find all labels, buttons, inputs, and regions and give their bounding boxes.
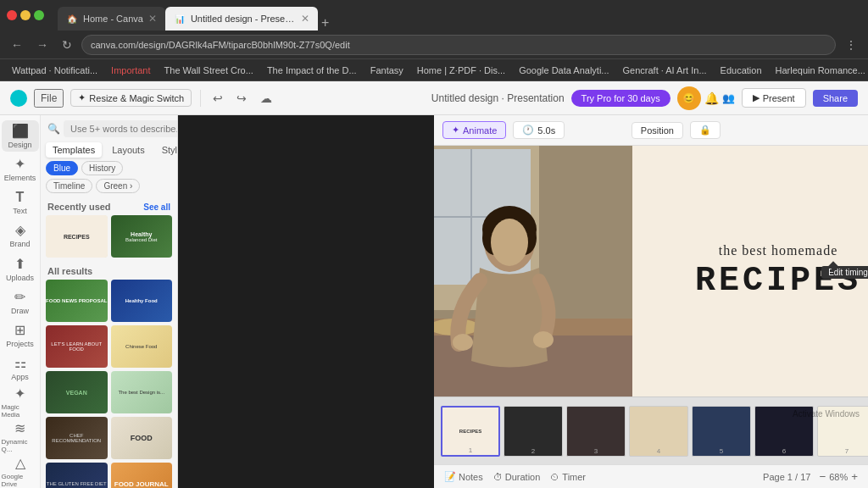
tab-layouts[interactable]: Layouts bbox=[105, 142, 152, 158]
cloud-save-button[interactable]: ☁ bbox=[257, 90, 275, 107]
zoom-out-button[interactable]: − bbox=[819, 470, 826, 483]
position-button[interactable]: Position bbox=[632, 122, 683, 139]
template-thumb-7[interactable]: CHEF RECOMMENDATION bbox=[46, 417, 108, 459]
activate-watermark: Activate Windows bbox=[793, 409, 860, 419]
win-max-btn[interactable] bbox=[34, 10, 44, 20]
avatar-area: 😊 🔔 👥 bbox=[677, 86, 735, 110]
lock-button[interactable]: 🔒 bbox=[690, 121, 721, 139]
template-thumb-5[interactable]: VEGAN bbox=[46, 371, 108, 413]
bm-wattpad[interactable]: Wattpad · Notificati... bbox=[7, 64, 103, 77]
bm-important[interactable]: Important bbox=[106, 64, 155, 77]
lock-icon: 🔒 bbox=[699, 125, 711, 136]
address-bar[interactable]: canva.com/design/DAGRlk4aFM/tiparcB0bhlM… bbox=[81, 35, 836, 55]
slide-subtitle: the best homemade bbox=[719, 243, 838, 258]
win-close-btn[interactable] bbox=[7, 10, 17, 20]
tab-home-close[interactable]: ✕ bbox=[148, 13, 157, 25]
tab-canva-close[interactable]: ✕ bbox=[301, 13, 309, 25]
app: File ✦ Resize & Magic Switch ↩ ↪ ☁ Untit… bbox=[0, 81, 868, 488]
user-avatar[interactable]: 😊 bbox=[677, 86, 701, 110]
tab-templates[interactable]: Templates bbox=[46, 142, 102, 158]
bm-google[interactable]: Google Data Analyti... bbox=[514, 64, 614, 77]
present-button[interactable]: ▶ Present bbox=[742, 88, 806, 108]
sidebar-item-magic-media[interactable]: ✦ Magic Media bbox=[2, 385, 39, 419]
thumbnail-2[interactable]: 2 bbox=[504, 406, 563, 457]
tag-blue[interactable]: Blue bbox=[46, 161, 78, 175]
thumbnail-4[interactable]: 4 bbox=[629, 406, 688, 457]
duration-button[interactable]: ⏱ Duration bbox=[493, 472, 541, 482]
google-drive-icon: △ bbox=[15, 455, 25, 471]
template-thumb-3[interactable]: LET'S LEARN ABOUT FOOD bbox=[46, 325, 108, 368]
reload-button[interactable]: ↻ bbox=[58, 36, 76, 53]
bm-zpdf[interactable]: Home | Z·PDF · Dis... bbox=[412, 64, 510, 77]
sidebar-item-text[interactable]: T Text bbox=[2, 186, 39, 218]
tab-home-title: Home - Canva bbox=[83, 14, 143, 24]
timer-button[interactable]: ⏲ Timer bbox=[550, 472, 586, 482]
template-thumb-9[interactable]: THE GLUTEN FREE DIET bbox=[46, 463, 108, 488]
try-pro-button[interactable]: Try Pro for 30 days bbox=[571, 90, 670, 107]
tab-canva-favicon: 📊 bbox=[174, 13, 186, 25]
notifications-button[interactable]: 🔔 bbox=[704, 92, 719, 105]
tag-timeline[interactable]: Timeline bbox=[46, 179, 92, 193]
draw-label: Draw bbox=[11, 307, 29, 315]
tab-styles[interactable]: Styles bbox=[155, 142, 178, 158]
template-thumb-1[interactable]: FOOD NEWS PROPOSAL bbox=[46, 280, 108, 322]
slide[interactable]: the best homemade RECIPES bbox=[434, 146, 868, 396]
sidebar-item-design[interactable]: ⬛ Design bbox=[2, 120, 39, 152]
address-row: ← → ↻ canva.com/design/DAGRlk4aFM/tiparc… bbox=[0, 30, 868, 59]
share-button[interactable]: Share bbox=[813, 90, 858, 107]
see-all-recent[interactable]: See all bbox=[143, 202, 170, 212]
resize-magic-btn[interactable]: ✦ Resize & Magic Switch bbox=[70, 89, 192, 107]
bm-impact[interactable]: The Impact of the D... bbox=[262, 64, 362, 77]
bm-gencraft[interactable]: Gencraft · AI Art In... bbox=[618, 64, 712, 77]
search-icon: 🔍 bbox=[47, 123, 60, 135]
address-text: canva.com/design/DAGRlk4aFM/tiparcB0bhlM… bbox=[91, 40, 350, 50]
template-thumb-10[interactable]: FOOD JOURNAL P bbox=[111, 463, 173, 488]
redo-button[interactable]: ↪ bbox=[233, 90, 250, 107]
tag-green[interactable]: Green › bbox=[96, 179, 140, 193]
thumbnail-1[interactable]: RECIPES 1 bbox=[441, 406, 500, 457]
bm-wsj[interactable]: The Wall Street Cro... bbox=[159, 64, 259, 77]
sidebar-item-uploads[interactable]: ⬆ Uploads bbox=[2, 253, 39, 285]
undo-button[interactable]: ↩ bbox=[209, 90, 226, 107]
sidebar-item-draw[interactable]: ✏ Draw bbox=[2, 286, 39, 318]
bm-fantasy[interactable]: Fantasy bbox=[365, 64, 409, 77]
search-input[interactable] bbox=[64, 120, 178, 137]
tab-canva[interactable]: 📊 Untitled design - Presentation ✕ bbox=[165, 7, 318, 30]
zoom-in-button[interactable]: + bbox=[851, 470, 858, 483]
panel-tabs-row: Templates Layouts Styles bbox=[41, 142, 177, 158]
thumbnail-3[interactable]: 3 bbox=[566, 406, 626, 457]
projects-icon: ⊞ bbox=[14, 322, 25, 338]
new-tab-button[interactable]: + bbox=[318, 15, 332, 30]
notes-button[interactable]: 📝 Notes bbox=[444, 471, 483, 482]
file-menu[interactable]: File bbox=[34, 89, 64, 108]
bm-harlequin[interactable]: Harlequin Romance... bbox=[771, 64, 868, 77]
animate-button[interactable]: ✦ Animate bbox=[442, 121, 506, 139]
sidebar-item-dynamic[interactable]: ≋ Dynamic Q... bbox=[2, 420, 39, 453]
bm-edu[interactable]: Education bbox=[715, 64, 767, 77]
sidebar-item-google-drive[interactable]: △ Google Drive bbox=[2, 455, 39, 488]
browser-tabs: 🏠 Home - Canva ✕ 📊 Untitled design - Pre… bbox=[58, 0, 861, 30]
thumbnail-5[interactable]: 5 bbox=[692, 406, 751, 457]
template-thumb-8[interactable]: FOOD bbox=[111, 417, 173, 459]
extensions-button[interactable]: ⋮ bbox=[841, 36, 861, 53]
sidebar-item-elements[interactable]: ✦ Elements bbox=[2, 153, 39, 185]
sidebar-item-brand[interactable]: ◈ Brand bbox=[2, 219, 39, 251]
template-thumb-6[interactable]: The best Design is... bbox=[111, 371, 173, 413]
apps-icon: ⚏ bbox=[14, 355, 26, 371]
bottom-bar-right: Page 1 / 17 − 68% + bbox=[763, 470, 858, 483]
team-button[interactable]: 👥 bbox=[722, 92, 735, 104]
sidebar-item-apps[interactable]: ⚏ Apps bbox=[2, 352, 39, 384]
recently-used-label: Recently used See all bbox=[41, 198, 177, 215]
tag-history[interactable]: History bbox=[81, 161, 123, 175]
svg-point-16 bbox=[533, 331, 554, 348]
sidebar-item-projects[interactable]: ⊞ Projects bbox=[2, 319, 39, 351]
template-thumb-recent-2[interactable]: Healthy Balanced Diet bbox=[111, 215, 173, 258]
win-min-btn[interactable] bbox=[20, 10, 31, 20]
tab-home[interactable]: 🏠 Home - Canva ✕ bbox=[58, 7, 165, 30]
template-thumb-recent-1[interactable]: RECIPES bbox=[46, 215, 108, 258]
forward-button[interactable]: → bbox=[32, 36, 53, 53]
template-thumb-2[interactable]: Healthy Food bbox=[111, 280, 173, 322]
timing-button[interactable]: 🕐 5.0s bbox=[513, 121, 565, 139]
template-thumb-4[interactable]: Chinese Food bbox=[111, 325, 173, 368]
back-button[interactable]: ← bbox=[7, 36, 27, 53]
